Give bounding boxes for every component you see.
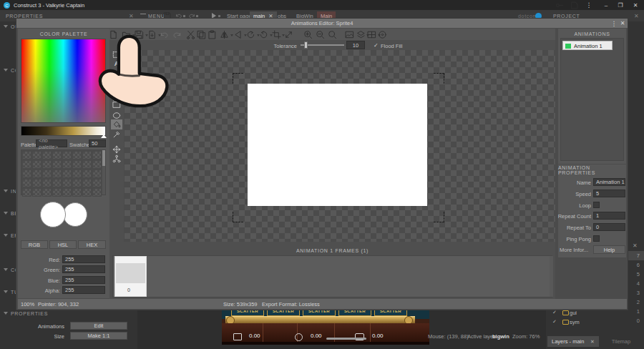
origin-icon[interactable]: [378, 30, 387, 39]
loop-checkbox[interactable]: [593, 202, 600, 208]
kebab-menu-icon[interactable]: ⋮: [585, 1, 592, 9]
mouse-position-status: Mouse: (139, 88): [428, 333, 469, 340]
animation-list-item[interactable]: Animation 1: [562, 41, 613, 50]
new-window-icon[interactable]: [571, 1, 578, 9]
animations-list[interactable]: [560, 38, 624, 161]
selection-corner-tr[interactable]: [434, 73, 444, 84]
cut-icon[interactable]: [186, 30, 195, 39]
red-input[interactable]: 255: [62, 255, 105, 263]
current-color-swatch[interactable]: [40, 202, 66, 227]
selection-corner-bl[interactable]: [233, 212, 243, 222]
undo-dropdown-icon[interactable]: [183, 15, 185, 17]
selection-corner-tl[interactable]: [233, 73, 243, 84]
speed-input[interactable]: 5: [593, 190, 625, 197]
visible-check-icon[interactable]: ✓: [552, 310, 557, 315]
help-button[interactable]: Help: [593, 245, 625, 254]
layer-name: sym: [570, 319, 580, 325]
tab-tilemap[interactable]: Tilemap: [601, 336, 641, 347]
blue-label: Blue:: [24, 277, 60, 284]
swatches-count-input[interactable]: 50: [89, 139, 106, 147]
lock-icon[interactable]: [562, 320, 569, 325]
layer-number: 3: [627, 290, 640, 296]
swatch-scrollbar[interactable]: [102, 150, 105, 195]
link-icon[interactable]: [556, 2, 565, 9]
fill-bucket-icon[interactable]: [111, 119, 122, 129]
rgb-mode-button[interactable]: RGB: [21, 240, 48, 249]
flip-horizontal-icon[interactable]: [220, 30, 229, 39]
previous-color-swatch[interactable]: [63, 202, 87, 227]
play-icon[interactable]: [212, 13, 216, 19]
crop-icon[interactable]: [272, 30, 281, 39]
dialog-titlebar[interactable]: Animations Editor: Sprite4: [16, 19, 628, 28]
maximize-button[interactable]: ❐: [614, 0, 627, 10]
value-slider-handle[interactable]: [101, 134, 107, 138]
ellipse-icon[interactable]: [111, 110, 122, 120]
frames-scrollbar[interactable]: [550, 256, 553, 297]
tolerance-input[interactable]: 10: [346, 41, 365, 49]
dialog-menu-icon[interactable]: ⋮: [610, 19, 618, 28]
selection-corner-br[interactable]: [434, 212, 444, 222]
lock-icon[interactable]: [562, 310, 569, 315]
image-size-status: Size: 539x359: [223, 301, 258, 308]
layer-row-sym[interactable]: ✓ sym: [552, 318, 624, 326]
layer-number: 5: [627, 271, 640, 277]
minimize-button[interactable]: –: [600, 0, 613, 10]
rotate-ccw-icon[interactable]: [246, 30, 255, 39]
sprite-image[interactable]: [248, 84, 427, 206]
layer-number: 6: [627, 262, 640, 268]
frame-thumbnail-0[interactable]: 0: [114, 256, 147, 297]
origin-points-icon[interactable]: [111, 154, 122, 164]
color-field[interactable]: [21, 39, 106, 123]
flood-fill-checkbox[interactable]: ✓: [374, 42, 379, 49]
redo-icon[interactable]: [172, 31, 182, 39]
green-input[interactable]: 255: [62, 265, 105, 273]
tab-layers-main[interactable]: Layers - main ✕: [547, 336, 599, 347]
flip-vertical-icon[interactable]: [233, 30, 243, 39]
close-button[interactable]: ✕: [629, 0, 642, 10]
grid-icon[interactable]: [367, 30, 376, 39]
repeat-to-input[interactable]: 0: [593, 223, 625, 231]
animations-edit-button[interactable]: Edit: [70, 322, 127, 330]
rotate-cw-icon[interactable]: [259, 30, 268, 39]
project-close-icon[interactable]: ✕: [634, 13, 639, 19]
visible-check-icon[interactable]: ✓: [552, 319, 557, 325]
tolerance-label: Tolerance: [265, 43, 297, 49]
palette-select[interactable]: <no palette>: [36, 139, 67, 147]
tolerance-slider-handle[interactable]: [304, 41, 308, 49]
pointing-hand-cursor: [97, 33, 173, 109]
image-icon[interactable]: [345, 30, 354, 39]
layer-number: 0: [627, 318, 640, 324]
value-slider[interactable]: [21, 126, 106, 136]
transform-icon[interactable]: [111, 144, 122, 154]
tab-close-icon[interactable]: ✕: [590, 339, 595, 345]
alpha-input[interactable]: 255: [62, 286, 105, 294]
frames-list[interactable]: [112, 255, 552, 298]
ping-pong-checkbox[interactable]: [593, 235, 600, 242]
layers-close-icon[interactable]: ✕: [633, 242, 638, 249]
flood-fill-label: Flood Fill: [381, 43, 402, 49]
name-input[interactable]: Animation 1: [593, 178, 625, 186]
name-label: Name: [560, 180, 591, 186]
swatch-grid[interactable]: [21, 149, 106, 195]
resize-icon[interactable]: [284, 30, 293, 39]
size-make-1-1-button[interactable]: Make 1:1: [70, 332, 127, 340]
menu-label[interactable]: MENU: [148, 14, 165, 19]
redo-dropdown-icon[interactable]: [196, 15, 198, 17]
zoom-in-icon[interactable]: [303, 30, 313, 39]
play-dropdown-icon[interactable]: [218, 15, 220, 17]
blue-input[interactable]: 255: [62, 276, 105, 284]
zoom-out-icon[interactable]: [316, 30, 325, 39]
paste-icon[interactable]: [208, 30, 217, 39]
layers-icon[interactable]: [356, 30, 366, 39]
copy-icon[interactable]: [197, 30, 206, 39]
undo-icon[interactable]: [175, 13, 182, 19]
dialog-close-icon[interactable]: ✕: [618, 19, 627, 28]
window-title: Construct 3 - Valkyrie Captain: [14, 2, 84, 9]
color-palette-title: COLOR PALETTE: [18, 30, 109, 37]
hex-mode-button[interactable]: HEX: [78, 240, 106, 249]
hsl-mode-button[interactable]: HSL: [49, 240, 77, 249]
eyedropper-icon[interactable]: [111, 129, 122, 139]
redo-icon[interactable]: [188, 13, 195, 19]
zoom-fit-icon[interactable]: [328, 30, 337, 39]
repeat-count-input[interactable]: 1: [593, 212, 625, 220]
